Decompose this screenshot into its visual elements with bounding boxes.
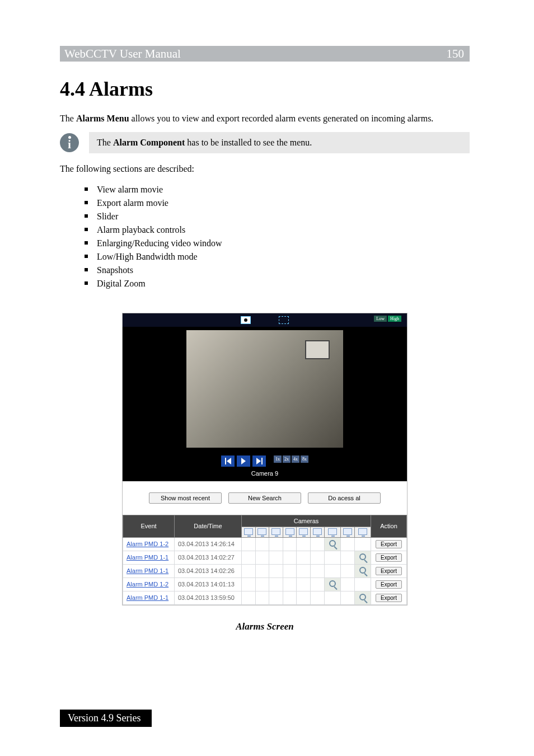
camera-cell[interactable] — [269, 551, 283, 564]
camera-cell[interactable] — [324, 591, 340, 604]
camera-cell[interactable] — [340, 577, 354, 591]
camera-cell[interactable] — [242, 577, 256, 591]
camera-cell[interactable] — [242, 537, 256, 551]
camera-cell[interactable] — [311, 564, 325, 577]
action-cell: Export — [371, 551, 407, 564]
camera-cell[interactable] — [354, 577, 371, 591]
step-back-button[interactable] — [221, 456, 235, 467]
snapshot-icon[interactable] — [241, 316, 251, 324]
camera-cell[interactable] — [255, 564, 269, 577]
camera-cell[interactable] — [354, 551, 371, 564]
monitor-icon — [299, 528, 308, 535]
camera-cell[interactable] — [324, 537, 340, 551]
camera-col-header[interactable] — [311, 527, 325, 537]
camera-cell[interactable] — [283, 591, 297, 604]
bandwidth-toggle[interactable]: Low High — [374, 316, 401, 322]
new-search-button[interactable]: New Search — [228, 492, 301, 504]
camera-cell[interactable] — [354, 564, 371, 577]
camera-cell[interactable] — [297, 564, 311, 577]
camera-cell[interactable] — [283, 551, 297, 564]
camera-cell[interactable] — [354, 537, 371, 551]
camera-cell[interactable] — [324, 577, 340, 591]
camera-cell[interactable] — [242, 564, 256, 577]
camera-col-header[interactable] — [255, 527, 269, 537]
camera-cell[interactable] — [255, 591, 269, 604]
video-frame[interactable] — [186, 330, 343, 448]
monitor-icon — [343, 528, 352, 535]
camera-cell[interactable] — [269, 537, 283, 551]
camera-cell[interactable] — [269, 564, 283, 577]
camera-col-header[interactable] — [242, 527, 256, 537]
camera-cell[interactable] — [269, 577, 283, 591]
camera-cell[interactable] — [340, 564, 354, 577]
camera-cell[interactable] — [297, 537, 311, 551]
camera-cell[interactable] — [255, 577, 269, 591]
play-button[interactable] — [237, 456, 250, 467]
camera-col-header[interactable] — [269, 527, 283, 537]
event-cell[interactable]: Alarm PMD 1-1 — [123, 564, 175, 577]
camera-cell[interactable] — [269, 591, 283, 604]
camera-cell[interactable] — [242, 551, 256, 564]
camera-cell[interactable] — [311, 551, 325, 564]
camera-cell[interactable] — [297, 591, 311, 604]
camera-cell[interactable] — [242, 591, 256, 604]
bw-low[interactable]: Low — [374, 316, 387, 322]
export-button[interactable]: Export — [376, 580, 402, 589]
speed-option[interactable]: 8x — [301, 456, 308, 463]
camera-cell[interactable] — [354, 591, 371, 604]
intro-text-a: The — [60, 114, 76, 123]
speed-option[interactable]: 1x — [274, 456, 282, 463]
speed-selector[interactable]: 1x2x4x8x — [274, 456, 308, 463]
camera-cell[interactable] — [324, 564, 340, 577]
magnify-icon — [329, 580, 336, 587]
export-button[interactable]: Export — [376, 594, 402, 602]
table-row: Alarm PMD 1-103.04.2013 13:59:50Export — [123, 591, 407, 604]
camera-cell[interactable] — [340, 591, 354, 604]
col-datetime: Date/Time — [175, 515, 242, 537]
camera-cell[interactable] — [297, 551, 311, 564]
camera-col-header[interactable] — [283, 527, 297, 537]
camera-cell[interactable] — [255, 551, 269, 564]
table-row: Alarm PMD 1-103.04.2013 14:02:26Export — [123, 564, 407, 577]
magnify-icon — [329, 540, 336, 547]
export-button[interactable]: Export — [376, 567, 402, 575]
show-most-recent-button[interactable]: Show most recent — [149, 492, 222, 504]
camera-cell[interactable] — [297, 577, 311, 591]
fullscreen-icon[interactable] — [279, 316, 289, 324]
camera-col-header[interactable] — [297, 527, 311, 537]
export-button[interactable]: Export — [376, 553, 402, 562]
event-cell[interactable]: Alarm PMD 1-2 — [123, 537, 175, 551]
camera-cell[interactable] — [311, 591, 325, 604]
bullet-item: Slider — [85, 210, 470, 223]
camera-cell[interactable] — [340, 551, 354, 564]
camera-cell[interactable] — [283, 564, 297, 577]
step-forward-button[interactable] — [252, 456, 266, 467]
camera-cell[interactable] — [340, 537, 354, 551]
camera-cell[interactable] — [255, 537, 269, 551]
speed-option[interactable]: 2x — [283, 456, 291, 463]
camera-col-header[interactable] — [340, 527, 354, 537]
camera-cell[interactable] — [283, 577, 297, 591]
alarms-screenshot: Low High 1x2x4x8x Camera 9 Show most rec… — [122, 313, 407, 605]
search-button-row: Show most recent New Search Do acess al — [123, 481, 407, 515]
bullet-item: View alarm movie — [85, 183, 470, 196]
export-button[interactable]: Export — [376, 540, 402, 548]
bw-high[interactable]: High — [388, 316, 401, 322]
camera-cell[interactable] — [324, 551, 340, 564]
monitor-icon — [257, 528, 266, 535]
col-action: Action — [371, 515, 407, 537]
datetime-cell: 03.04.2013 14:01:13 — [175, 577, 242, 591]
speed-option[interactable]: 4x — [292, 456, 299, 463]
camera-col-header[interactable] — [324, 527, 340, 537]
camera-cell[interactable] — [283, 537, 297, 551]
event-cell[interactable]: Alarm PMD 1-1 — [123, 551, 175, 564]
table-row: Alarm PMD 1-103.04.2013 14:02:27Export — [123, 551, 407, 564]
event-cell[interactable]: Alarm PMD 1-2 — [123, 577, 175, 591]
action-cell: Export — [371, 577, 407, 591]
header-title: WebCCTV User Manual — [64, 47, 181, 61]
camera-col-header[interactable] — [354, 527, 371, 537]
camera-cell[interactable] — [311, 577, 325, 591]
do-access-all-button[interactable]: Do acess al — [308, 492, 381, 504]
event-cell[interactable]: Alarm PMD 1-1 — [123, 591, 175, 604]
camera-cell[interactable] — [311, 537, 325, 551]
